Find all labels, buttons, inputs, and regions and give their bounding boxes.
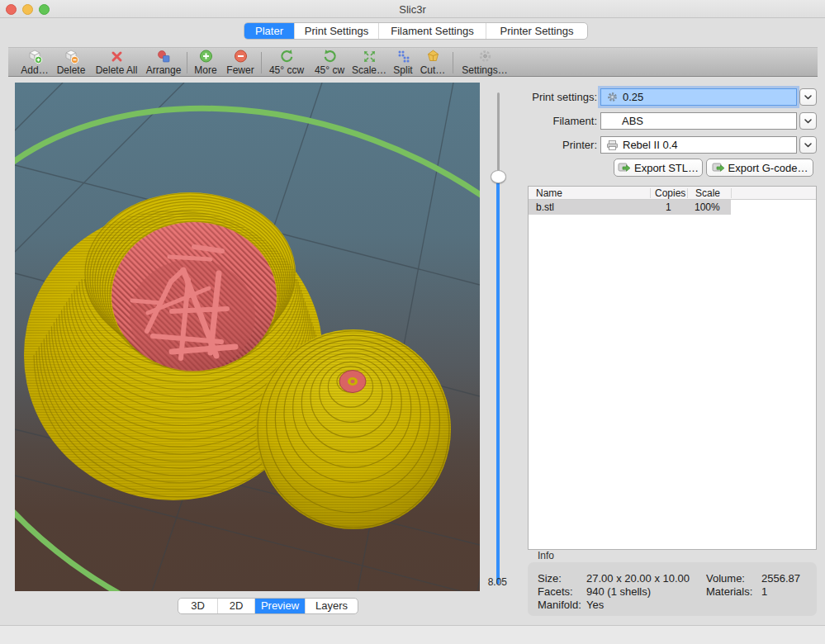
- materials-value: 1: [761, 585, 767, 598]
- objects-table-header: Name Copies Scale: [529, 187, 816, 200]
- print-settings-label: Print settings:: [506, 91, 597, 103]
- manifold-value: Yes: [586, 599, 604, 611]
- view-mode-3d[interactable]: 3D: [178, 599, 217, 613]
- layer-slider-track-filled[interactable]: [496, 177, 500, 585]
- volume-value: 2556.87: [761, 572, 800, 585]
- rotate-cw-button[interactable]: 45° cw: [311, 49, 348, 77]
- title-bar: Slic3r: [0, 0, 825, 18]
- print-settings-dropdown-button[interactable]: [799, 88, 817, 106]
- tab-filament-settings[interactable]: Filament Settings: [378, 23, 486, 39]
- status-bar: [0, 626, 825, 644]
- small-object: [256, 329, 451, 529]
- layer-slider-value: 8.05: [476, 576, 507, 588]
- tab-print-settings[interactable]: Print Settings: [294, 23, 378, 39]
- window-title: Slic3r: [0, 3, 825, 16]
- cut-icon: [418, 49, 448, 64]
- print-settings-combo[interactable]: 0.25: [600, 88, 797, 106]
- gear-icon: [606, 91, 619, 103]
- more-button[interactable]: More: [190, 49, 221, 77]
- toolbar-separator: [453, 52, 453, 73]
- scale-button[interactable]: Scale…: [350, 49, 388, 77]
- cut-button[interactable]: Cut…: [418, 49, 448, 77]
- toolbar-separator: [261, 52, 262, 73]
- delete-all-button[interactable]: Delete All: [91, 49, 142, 77]
- toolbar: Add… Delete Delete All Arrange More: [8, 47, 818, 77]
- printer-combo[interactable]: Rebel II 0.4: [600, 136, 797, 154]
- filament-label: Filament:: [506, 115, 597, 127]
- objects-table[interactable]: Name Copies Scale b.stl 1 100%: [528, 186, 817, 550]
- tab-plater[interactable]: Plater: [244, 23, 294, 39]
- tab-printer-settings[interactable]: Printer Settings: [486, 23, 587, 39]
- layer-slider-track[interactable]: [497, 92, 500, 177]
- delete-icon: [53, 49, 89, 64]
- fewer-button[interactable]: Fewer: [223, 49, 258, 77]
- chevron-down-icon: [805, 96, 811, 99]
- toolbar-separator: [187, 52, 187, 73]
- column-header-scale[interactable]: Scale: [695, 187, 720, 200]
- settings-gear-icon: [459, 49, 510, 64]
- fewer-icon: [223, 49, 258, 64]
- column-header-name[interactable]: Name: [536, 187, 562, 200]
- rotate-ccw-icon: [264, 49, 309, 64]
- main-tabs: Plater Print Settings Filament Settings …: [244, 22, 588, 40]
- filament-combo[interactable]: ABS: [600, 112, 797, 130]
- row-name: b.stl: [536, 200, 554, 215]
- delete-button[interactable]: Delete: [53, 49, 89, 77]
- window: Slic3r Plater Print Settings Filament Se…: [0, 0, 825, 644]
- scale-icon: [350, 49, 388, 64]
- table-row[interactable]: b.stl 1 100%: [529, 200, 731, 215]
- view-mode-preview[interactable]: Preview: [254, 599, 305, 613]
- chevron-down-icon: [805, 144, 811, 147]
- materials-label: Materials:: [706, 585, 752, 598]
- more-icon: [190, 49, 221, 64]
- filament-dropdown-button[interactable]: [799, 112, 817, 130]
- printer-icon: [606, 140, 619, 151]
- facets-value: 940 (1 shells): [586, 585, 651, 598]
- rotate-ccw-button[interactable]: 45° ccw: [264, 49, 309, 77]
- export-icon: [712, 162, 725, 174]
- rotate-cw-icon: [311, 49, 348, 64]
- row-scale: 100%: [695, 200, 720, 215]
- printer-label: Printer:: [506, 139, 597, 151]
- export-icon: [618, 162, 631, 174]
- facets-label: Facets:: [538, 585, 573, 598]
- export-gcode-button[interactable]: Export G-code…: [706, 159, 813, 177]
- info-box: Size: 27.00 x 20.00 x 10.00 Volume: 2556…: [528, 562, 817, 616]
- split-icon: [390, 49, 416, 64]
- printer-dropdown-button[interactable]: [799, 136, 817, 154]
- volume-label: Volume:: [706, 572, 745, 585]
- export-stl-button[interactable]: Export STL…: [614, 159, 703, 177]
- split-button[interactable]: Split: [390, 49, 416, 77]
- row-copies: 1: [666, 200, 671, 215]
- add-icon: [18, 49, 51, 64]
- view-mode-tabs: 3D 2D Preview Layers: [178, 598, 358, 614]
- info-section-title: Info: [538, 550, 554, 561]
- arrange-button[interactable]: Arrange: [144, 49, 183, 77]
- view-mode-2d[interactable]: 2D: [217, 599, 254, 613]
- add-button[interactable]: Add…: [18, 49, 51, 77]
- size-value: 27.00 x 20.00 x 10.00: [586, 572, 690, 585]
- 3d-viewport[interactable]: [15, 83, 480, 591]
- chevron-down-icon: [805, 120, 811, 123]
- layer-slider-thumb[interactable]: [491, 170, 506, 183]
- settings-button[interactable]: Settings…: [459, 49, 510, 77]
- arrange-icon: [144, 49, 183, 64]
- size-label: Size:: [538, 572, 562, 585]
- delete-all-icon: [91, 49, 142, 64]
- view-mode-layers[interactable]: Layers: [305, 599, 358, 613]
- column-header-copies[interactable]: Copies: [655, 187, 685, 200]
- manifold-label: Manifold:: [538, 599, 581, 611]
